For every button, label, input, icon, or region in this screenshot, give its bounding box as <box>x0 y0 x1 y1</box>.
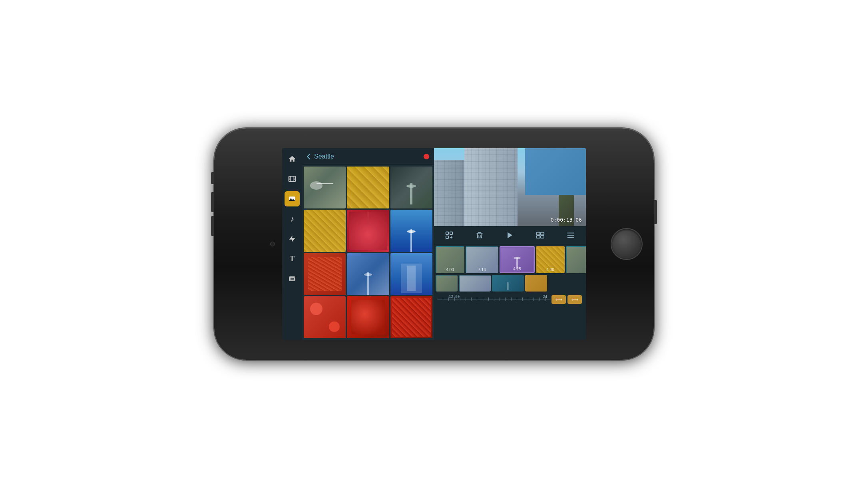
photo-cell-9[interactable] <box>390 253 432 295</box>
svg-rect-12 <box>450 232 452 234</box>
photo-cell-3[interactable] <box>390 167 432 208</box>
photo-grid <box>302 165 434 340</box>
sidebar-flash-icon[interactable] <box>285 231 300 246</box>
ruler-label-24: 24 <box>543 295 547 299</box>
mute-button[interactable] <box>211 172 214 184</box>
tools-button[interactable] <box>533 228 547 242</box>
photo-cell-8[interactable] <box>347 253 389 295</box>
preview-building-2 <box>464 148 518 226</box>
timeline-handle-left[interactable]: ⟺ <box>551 295 566 304</box>
preview-sky <box>525 148 586 195</box>
svg-rect-5 <box>289 179 291 181</box>
sidebar-home-icon[interactable] <box>285 151 300 167</box>
clip-sm-2[interactable] <box>459 275 491 292</box>
clip-sm-3[interactable] <box>492 275 524 292</box>
svg-rect-4 <box>294 178 295 179</box>
timeline-handle-right[interactable]: ⟺ <box>567 295 582 304</box>
timeline-ruler: 12.00 24 ⟺ ⟺ <box>436 294 584 305</box>
svg-rect-11 <box>446 232 448 234</box>
nav-back-button[interactable]: Seattle <box>307 153 334 160</box>
svg-rect-19 <box>537 236 540 238</box>
nav-title: Seattle <box>314 153 334 160</box>
clip-1-duration: 4.00 <box>436 268 464 272</box>
volume-down-button[interactable] <box>211 216 214 236</box>
photo-cell-10[interactable] <box>304 296 346 338</box>
photo-cell-11[interactable] <box>347 296 389 338</box>
media-browser-panel: ♪ T <box>282 148 434 340</box>
ruler-marks: 12.00 24 <box>437 296 551 304</box>
ruler-label-12: 12.00 <box>449 295 460 299</box>
sidebar-film-icon[interactable] <box>285 171 300 186</box>
svg-rect-17 <box>537 232 540 235</box>
sidebar-text-icon[interactable]: T <box>285 251 300 266</box>
photo-cell-12[interactable] <box>390 296 432 338</box>
svg-rect-10 <box>290 278 294 280</box>
device-screen: ♪ T <box>282 148 586 340</box>
svg-rect-3 <box>289 178 291 179</box>
clip-sm-1[interactable] <box>436 275 458 292</box>
clip-3-duration: 4.25 <box>500 267 534 271</box>
clips-row-2 <box>436 275 584 292</box>
video-editor-panel: 0:00:13.06 <box>434 148 586 340</box>
clip-2-duration: 7.14 <box>466 268 498 272</box>
delete-button[interactable] <box>472 228 487 242</box>
home-button[interactable] <box>611 228 643 260</box>
clip-sm-4[interactable] <box>525 275 547 292</box>
record-indicator <box>424 154 429 159</box>
volume-up-button[interactable] <box>211 192 214 212</box>
clip-1[interactable]: 4.00 <box>436 246 464 273</box>
svg-rect-18 <box>541 232 544 235</box>
media-area: Seattle <box>302 148 434 340</box>
sidebar-photo-icon[interactable] <box>285 191 300 206</box>
svg-rect-13 <box>446 236 448 238</box>
clip-2[interactable]: 7.14 <box>466 246 498 273</box>
photo-cell-5[interactable] <box>347 210 389 252</box>
clip-5[interactable] <box>566 246 586 273</box>
clip-4[interactable]: 4.00 <box>536 246 565 273</box>
clips-container: 4.00 7.14 4.25 <box>434 244 586 340</box>
play-button[interactable] <box>503 228 517 242</box>
svg-rect-20 <box>541 236 544 238</box>
clip-3[interactable]: 4.25 <box>500 246 535 273</box>
iphone-device: ♪ T <box>214 128 654 360</box>
editor-toolbar <box>434 226 586 244</box>
svg-marker-16 <box>508 232 512 238</box>
video-preview: 0:00:13.06 <box>434 148 586 226</box>
clips-row-1: 4.00 7.14 4.25 <box>436 246 584 273</box>
nav-bar: Seattle <box>302 148 434 165</box>
photo-cell-2[interactable] <box>347 167 389 208</box>
sidebar-music-icon[interactable]: ♪ <box>285 211 300 226</box>
power-button[interactable] <box>654 200 657 224</box>
sidebar-layers-icon[interactable] <box>285 271 300 286</box>
clip-4-duration: 4.00 <box>536 268 565 272</box>
photo-cell-6[interactable] <box>390 210 432 252</box>
svg-rect-0 <box>289 176 296 181</box>
export-button[interactable] <box>442 228 456 242</box>
timecode-display: 0:00:13.06 <box>551 217 582 223</box>
svg-rect-6 <box>294 179 295 181</box>
sidebar: ♪ T <box>282 148 302 340</box>
photo-cell-4[interactable] <box>304 210 346 252</box>
photo-cell-7[interactable] <box>304 253 346 295</box>
camera-lens <box>270 242 275 246</box>
photo-cell-1[interactable] <box>304 167 346 208</box>
list-button[interactable] <box>563 228 578 242</box>
